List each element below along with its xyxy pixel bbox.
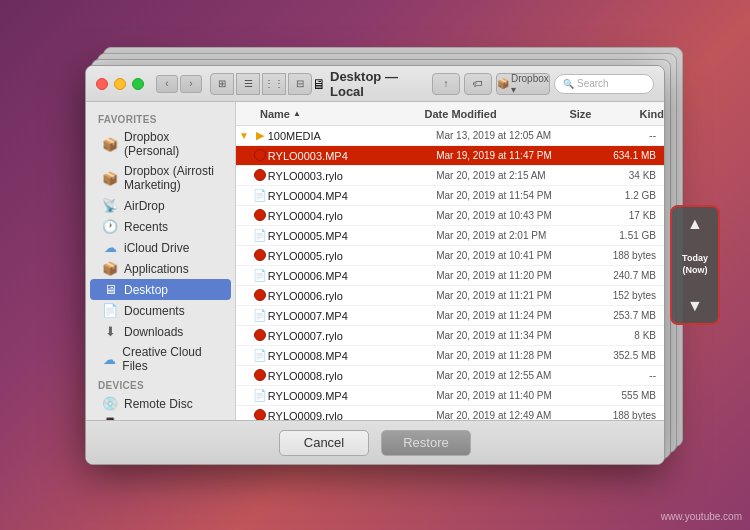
expand-icon [236,351,252,361]
forward-button[interactable]: › [180,75,202,93]
file-size: 188 bytes [590,410,664,420]
sidebar-item-downloads[interactable]: ⬇ Downloads [90,321,231,342]
table-row[interactable]: 📄 RYLO0007.MP4 Mar 20, 2019 at 11:24 PM … [236,306,664,326]
nav-buttons: ‹ › [156,75,202,93]
sidebar-item-label: Dropbox (Personal) [124,130,219,158]
table-row[interactable]: RYLO0005.rylo Mar 20, 2019 at 10:41 PM 1… [236,246,664,266]
table-row[interactable]: RYLO0003.MP4 Mar 19, 2019 at 11:47 PM 63… [236,146,664,166]
title-center: 🖥 Desktop — Local [312,69,432,99]
table-row[interactable]: 📄 RYLO0004.MP4 Mar 20, 2019 at 11:54 PM … [236,186,664,206]
file-type-icon [252,209,268,223]
file-date: Mar 20, 2019 at 11:20 PM [436,270,589,281]
sidebar-item-label: Creative Cloud Files [122,345,219,373]
restore-button[interactable]: Restore [381,430,471,456]
back-button[interactable]: ‹ [156,75,178,93]
view-gallery-button[interactable]: ⊟ [288,73,312,95]
window-stack: ‹ › ⊞ ☰ ⋮⋮ ⊟ 🖥 Desktop — Local ↑ 🏷 📦 Dro… [85,65,665,465]
sidebar-item-documents[interactable]: 📄 Documents [90,300,231,321]
sidebar-item-creative-cloud[interactable]: ☁ Creative Cloud Files [90,342,231,376]
timeline-down-arrow[interactable]: ▼ [687,297,703,315]
sidebar-item-label: Applications [124,262,189,276]
file-type-icon [252,289,268,303]
table-row[interactable]: RYLO0006.rylo Mar 20, 2019 at 11:21 PM 1… [236,286,664,306]
expand-icon [236,191,252,201]
col-name-header[interactable]: Name ▲ [236,108,425,120]
table-row[interactable]: 📄 RYLO0009.MP4 Mar 20, 2019 at 11:40 PM … [236,386,664,406]
applications-icon: 📦 [102,261,118,276]
sidebar-item-applications[interactable]: 📦 Applications [90,258,231,279]
minimize-button[interactable] [114,78,126,90]
recents-icon: 🕐 [102,219,118,234]
tag-button[interactable]: 🏷 [464,73,492,95]
sidebar-item-remote-disc[interactable]: 💿 Remote Disc [90,393,231,414]
file-date: Mar 20, 2019 at 10:43 PM [436,210,589,221]
file-date: Mar 20, 2019 at 11:28 PM [436,350,589,361]
title-icon: 🖥 [312,76,326,92]
file-name: RYLO0004.MP4 [268,190,436,202]
table-row[interactable]: 📄 RYLO0008.MP4 Mar 20, 2019 at 11:28 PM … [236,346,664,366]
action-buttons: ↑ 🏷 📦 Dropbox ▾ 🔍 Search [432,73,654,95]
disc-icon: 💿 [102,396,118,411]
cancel-button[interactable]: Cancel [279,430,369,456]
sidebar-item-label: Remote Disc [124,397,193,411]
sidebar-item-desktop[interactable]: 🖥 Desktop [90,279,231,300]
sidebar-item-dropbox-personal[interactable]: 📦 Dropbox (Personal) [90,127,231,161]
sidebar-item-label: Documents [124,304,185,318]
file-name: RYLO0009.rylo [268,410,436,421]
file-date: Mar 20, 2019 at 2:01 PM [436,230,589,241]
sidebar-item-label: Desktop [124,283,168,297]
file-size: 253.7 MB [590,310,664,321]
file-name: RYLO0007.rylo [268,330,436,342]
expand-icon [236,211,252,221]
table-row[interactable]: RYLO0008.rylo Mar 20, 2019 at 12:55 AM -… [236,366,664,386]
sidebar-item-label: iCloud Drive [124,241,189,255]
table-row[interactable]: RYLO0009.rylo Mar 20, 2019 at 12:49 AM 1… [236,406,664,420]
view-icon-button[interactable]: ⊞ [210,73,234,95]
dropbox-icon: 📦 [102,137,118,152]
file-type-icon [252,329,268,343]
col-size-header[interactable]: Size [569,108,639,120]
file-type-icon [252,169,268,183]
file-date: Mar 13, 2019 at 12:05 AM [436,130,590,141]
sidebar-item-recents[interactable]: 🕐 Recents [90,216,231,237]
view-list-button[interactable]: ☰ [236,73,260,95]
sidebar-item-label: Recents [124,220,168,234]
sidebar-item-label: AirDrop [124,199,165,213]
table-row[interactable]: RYLO0003.rylo Mar 20, 2019 at 2:15 AM 34… [236,166,664,186]
expand-icon [236,371,252,381]
table-row[interactable]: ▼ ▶ 100MEDIA Mar 13, 2019 at 12:05 AM --… [236,126,664,146]
timeline-up-arrow[interactable]: ▲ [687,215,703,233]
col-kind-header[interactable]: Kind [640,108,664,120]
table-row[interactable]: RYLO0007.rylo Mar 20, 2019 at 11:34 PM 8… [236,326,664,346]
table-row[interactable]: 📄 RYLO0006.MP4 Mar 20, 2019 at 11:20 PM … [236,266,664,286]
table-row[interactable]: RYLO0004.rylo Mar 20, 2019 at 10:43 PM 1… [236,206,664,226]
file-name: 100MEDIA [268,130,436,142]
file-type-icon: 📄 [252,189,268,202]
file-size: 188 bytes [590,250,664,261]
desktop-icon: 🖥 [102,282,118,297]
sidebar-item-dropbox-airrosti[interactable]: 📦 Dropbox (Airrosti Marketing) [90,161,231,195]
file-size: 1.2 GB [590,190,664,201]
file-date: Mar 20, 2019 at 10:41 PM [436,250,589,261]
file-name: RYLO0005.MP4 [268,230,436,242]
share-button[interactable]: ↑ [432,73,460,95]
close-button[interactable] [96,78,108,90]
file-size: -- [590,370,664,381]
file-date: Mar 20, 2019 at 12:55 AM [436,370,589,381]
view-column-button[interactable]: ⋮⋮ [262,73,286,95]
maximize-button[interactable] [132,78,144,90]
table-row[interactable]: 📄 RYLO0005.MP4 Mar 20, 2019 at 2:01 PM 1… [236,226,664,246]
file-size: 152 bytes [590,290,664,301]
file-name: RYLO0003.MP4 [268,150,436,162]
folder-expand-icon[interactable]: ▼ [239,130,249,141]
file-date: Mar 20, 2019 at 11:21 PM [436,290,589,301]
dropbox-button[interactable]: 📦 Dropbox ▾ [496,73,550,95]
col-date-header[interactable]: Date Modified [425,108,570,120]
file-name: RYLO0006.rylo [268,290,436,302]
sidebar-item-airdrop[interactable]: 📡 AirDrop [90,195,231,216]
search-icon: 🔍 [563,79,574,89]
expand-icon [236,271,252,281]
sidebar-item-icloud[interactable]: ☁ iCloud Drive [90,237,231,258]
file-name: RYLO0006.MP4 [268,270,436,282]
search-box[interactable]: 🔍 Search [554,74,654,94]
